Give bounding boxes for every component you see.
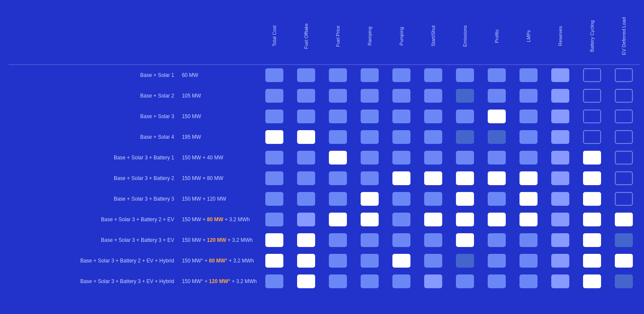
th-pumping: Pumping [386,9,417,65]
data-cell [386,85,417,106]
cell-box [297,89,315,103]
cell-box [456,110,474,123]
cell-box [583,68,601,82]
th-lmps: LMPs [513,9,544,65]
data-cell [449,271,481,292]
row-mw: 150 MW + 120 MW [179,189,258,209]
data-cell [322,85,354,106]
row-mw: 150 MW + 80 MW + 3.2 MWh [179,209,258,230]
data-cell [449,106,481,127]
data-cell [322,127,354,147]
cell-box [265,254,283,268]
table-row: Base + Solar 160 MW [9,65,640,85]
cell-box [361,130,379,144]
data-cell [513,230,544,250]
cell-box [488,89,506,103]
data-cell [354,65,386,85]
cell-box [519,254,538,268]
cell-box [361,254,379,268]
data-cell [449,250,481,271]
cell-box [488,213,506,226]
comparison-table: Total Cost Fuel Offtake Fuel Price Rampi… [9,9,640,292]
data-cell [608,147,640,168]
th-fuel-offtake: Fuel Offtake [290,9,322,65]
data-cell [386,106,417,127]
cell-box [329,110,347,123]
cell-box [297,192,315,206]
data-cell [386,230,417,250]
data-cell [258,65,290,85]
data-cell [354,230,386,250]
data-cell [386,271,417,292]
data-cell [608,168,640,189]
data-cell [354,127,386,147]
cell-box [329,89,347,103]
cell-box [456,171,474,185]
cell-box [551,254,569,268]
cell-box [583,110,601,123]
cell-box [551,274,569,288]
data-cell [290,189,322,209]
cell-box [392,213,410,226]
data-cell [608,271,640,292]
cell-box [551,110,569,123]
data-cell [513,271,544,292]
data-cell [449,209,481,230]
cell-box [551,151,569,165]
data-cell [290,147,322,168]
data-cell [608,230,640,250]
cell-box [361,233,379,247]
data-cell [608,209,640,230]
cell-box [297,130,315,144]
cell-box [456,254,474,268]
data-cell [322,271,354,292]
cell-box [424,254,442,268]
data-cell [322,168,354,189]
row-label: Base + Solar 4 [9,127,179,147]
data-cell [481,168,513,189]
data-cell [449,230,481,250]
data-cell [258,189,290,209]
row-mw: 150 MW + 40 MW [179,147,258,168]
row-mw: 150 MW + 80 MW [179,168,258,189]
table-row: Base + Solar 3 + Battery 2 + EV150 MW + … [9,209,640,230]
data-cell [544,230,576,250]
th-battery-cycling: Battery Cycling [576,9,608,65]
cell-box [519,192,538,206]
data-cell [354,271,386,292]
data-cell [481,85,513,106]
cell-box [615,130,633,144]
cell-box [361,192,379,206]
cell-box [488,192,506,206]
main-container: Total Cost Fuel Offtake Fuel Price Rampi… [0,0,644,300]
data-cell [513,250,544,271]
cell-box [551,89,569,103]
cell-box [615,254,633,268]
data-cell [576,250,608,271]
cell-box [361,110,379,123]
cell-box [615,213,633,226]
data-cell [417,250,449,271]
table-row: Base + Solar 2105 MW [9,85,640,106]
cell-box [424,68,442,82]
row-mw: 150 MW° + 120 MW° + 3.2 MWh [179,271,258,292]
data-cell [449,147,481,168]
data-cell [354,250,386,271]
cell-box [265,130,283,144]
cell-box [424,110,442,123]
data-cell [290,65,322,85]
cell-box [551,192,569,206]
data-cell [386,168,417,189]
data-cell [290,127,322,147]
data-cell [576,189,608,209]
cell-box [297,110,315,123]
cell-box [615,151,633,165]
data-cell [386,65,417,85]
data-cell [258,127,290,147]
cell-box [297,151,315,165]
table-row: Base + Solar 3 + Battery 3 + EV + Hybrid… [9,271,640,292]
data-cell [258,106,290,127]
data-cell [386,209,417,230]
cell-box [488,68,506,82]
row-label: Base + Solar 3 + Battery 2 + EV + Hybrid [9,250,179,271]
